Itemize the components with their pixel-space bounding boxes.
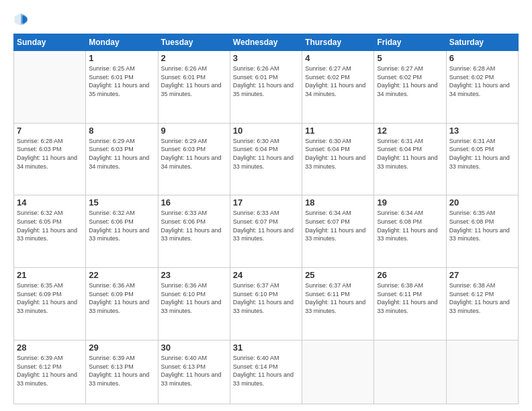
day-info: Sunrise: 6:27 AM Sunset: 6:02 PM Dayligh… bbox=[377, 64, 443, 98]
weekday-header-thursday: Thursday bbox=[302, 34, 374, 51]
calendar-cell: 4Sunrise: 6:27 AM Sunset: 6:02 PM Daylig… bbox=[302, 51, 374, 124]
calendar-week-1: 1Sunrise: 6:25 AM Sunset: 6:01 PM Daylig… bbox=[14, 51, 519, 124]
day-number: 23 bbox=[161, 270, 227, 280]
logo bbox=[13, 12, 31, 27]
day-info: Sunrise: 6:28 AM Sunset: 6:02 PM Dayligh… bbox=[449, 64, 515, 98]
logo-icon bbox=[13, 12, 28, 27]
calendar-cell: 21Sunrise: 6:35 AM Sunset: 6:09 PM Dayli… bbox=[14, 268, 86, 340]
calendar-week-2: 7Sunrise: 6:28 AM Sunset: 6:03 PM Daylig… bbox=[14, 123, 519, 195]
day-info: Sunrise: 6:26 AM Sunset: 6:01 PM Dayligh… bbox=[233, 64, 299, 98]
weekday-header-wednesday: Wednesday bbox=[230, 34, 302, 51]
calendar-cell: 25Sunrise: 6:37 AM Sunset: 6:11 PM Dayli… bbox=[302, 268, 374, 340]
day-info: Sunrise: 6:26 AM Sunset: 6:01 PM Dayligh… bbox=[161, 64, 227, 98]
day-info: Sunrise: 6:38 AM Sunset: 6:11 PM Dayligh… bbox=[377, 281, 443, 315]
day-info: Sunrise: 6:37 AM Sunset: 6:11 PM Dayligh… bbox=[305, 281, 371, 315]
day-info: Sunrise: 6:25 AM Sunset: 6:01 PM Dayligh… bbox=[89, 64, 154, 98]
calendar-cell: 22Sunrise: 6:36 AM Sunset: 6:09 PM Dayli… bbox=[86, 268, 158, 340]
calendar-table: SundayMondayTuesdayWednesdayThursdayFrid… bbox=[13, 34, 519, 404]
day-number: 27 bbox=[449, 270, 515, 280]
day-number: 19 bbox=[377, 197, 443, 208]
weekday-header-saturday: Saturday bbox=[446, 34, 518, 51]
calendar-week-4: 21Sunrise: 6:35 AM Sunset: 6:09 PM Dayli… bbox=[14, 268, 519, 340]
day-number: 2 bbox=[161, 53, 227, 63]
day-info: Sunrise: 6:30 AM Sunset: 6:04 PM Dayligh… bbox=[305, 137, 371, 171]
day-info: Sunrise: 6:33 AM Sunset: 6:07 PM Dayligh… bbox=[233, 209, 299, 242]
day-number: 4 bbox=[305, 53, 371, 63]
day-info: Sunrise: 6:33 AM Sunset: 6:06 PM Dayligh… bbox=[161, 209, 227, 242]
day-number: 5 bbox=[377, 53, 443, 63]
day-number: 13 bbox=[449, 126, 515, 136]
day-info: Sunrise: 6:40 AM Sunset: 6:13 PM Dayligh… bbox=[161, 354, 227, 387]
day-number: 1 bbox=[89, 53, 154, 63]
weekday-header-sunday: Sunday bbox=[14, 34, 86, 51]
day-number: 9 bbox=[161, 126, 227, 136]
day-number: 7 bbox=[17, 126, 83, 136]
day-info: Sunrise: 6:31 AM Sunset: 6:05 PM Dayligh… bbox=[449, 137, 515, 171]
page: SundayMondayTuesdayWednesdayThursdayFrid… bbox=[0, 0, 532, 411]
day-info: Sunrise: 6:29 AM Sunset: 6:03 PM Dayligh… bbox=[89, 137, 154, 171]
day-info: Sunrise: 6:30 AM Sunset: 6:04 PM Dayligh… bbox=[233, 137, 299, 171]
day-number: 14 bbox=[17, 197, 83, 208]
calendar-cell: 27Sunrise: 6:38 AM Sunset: 6:12 PM Dayli… bbox=[446, 268, 518, 340]
calendar-week-3: 14Sunrise: 6:32 AM Sunset: 6:05 PM Dayli… bbox=[14, 195, 519, 268]
day-number: 24 bbox=[233, 270, 299, 280]
calendar-cell: 6Sunrise: 6:28 AM Sunset: 6:02 PM Daylig… bbox=[446, 51, 518, 124]
calendar-cell: 18Sunrise: 6:34 AM Sunset: 6:07 PM Dayli… bbox=[302, 195, 374, 268]
day-number: 15 bbox=[89, 197, 154, 208]
calendar-cell: 2Sunrise: 6:26 AM Sunset: 6:01 PM Daylig… bbox=[158, 51, 230, 124]
day-number: 26 bbox=[377, 270, 443, 280]
day-info: Sunrise: 6:36 AM Sunset: 6:09 PM Dayligh… bbox=[89, 281, 154, 315]
day-info: Sunrise: 6:36 AM Sunset: 6:10 PM Dayligh… bbox=[161, 281, 227, 315]
day-info: Sunrise: 6:35 AM Sunset: 6:08 PM Dayligh… bbox=[449, 209, 515, 242]
calendar-cell: 26Sunrise: 6:38 AM Sunset: 6:11 PM Dayli… bbox=[374, 268, 446, 340]
calendar-cell: 17Sunrise: 6:33 AM Sunset: 6:07 PM Dayli… bbox=[230, 195, 302, 268]
day-number: 8 bbox=[89, 126, 154, 136]
day-number: 6 bbox=[449, 53, 515, 63]
day-info: Sunrise: 6:28 AM Sunset: 6:03 PM Dayligh… bbox=[17, 137, 83, 171]
calendar-cell: 28Sunrise: 6:39 AM Sunset: 6:12 PM Dayli… bbox=[14, 340, 86, 404]
day-number: 16 bbox=[161, 197, 227, 208]
day-number: 21 bbox=[17, 270, 83, 280]
calendar-cell: 19Sunrise: 6:34 AM Sunset: 6:08 PM Dayli… bbox=[374, 195, 446, 268]
day-number: 10 bbox=[233, 126, 299, 136]
day-info: Sunrise: 6:32 AM Sunset: 6:05 PM Dayligh… bbox=[17, 209, 83, 242]
calendar-cell bbox=[14, 51, 86, 124]
calendar-cell bbox=[446, 340, 518, 404]
day-info: Sunrise: 6:35 AM Sunset: 6:09 PM Dayligh… bbox=[17, 281, 83, 315]
calendar-cell: 23Sunrise: 6:36 AM Sunset: 6:10 PM Dayli… bbox=[158, 268, 230, 340]
day-info: Sunrise: 6:27 AM Sunset: 6:02 PM Dayligh… bbox=[305, 64, 371, 98]
calendar-cell: 3Sunrise: 6:26 AM Sunset: 6:01 PM Daylig… bbox=[230, 51, 302, 124]
day-info: Sunrise: 6:39 AM Sunset: 6:12 PM Dayligh… bbox=[17, 354, 83, 387]
weekday-header-tuesday: Tuesday bbox=[158, 34, 230, 51]
day-number: 12 bbox=[377, 126, 443, 136]
calendar-cell: 16Sunrise: 6:33 AM Sunset: 6:06 PM Dayli… bbox=[158, 195, 230, 268]
day-number: 31 bbox=[233, 342, 299, 353]
day-number: 29 bbox=[89, 342, 154, 353]
day-info: Sunrise: 6:32 AM Sunset: 6:06 PM Dayligh… bbox=[89, 209, 154, 242]
calendar-cell: 7Sunrise: 6:28 AM Sunset: 6:03 PM Daylig… bbox=[14, 123, 86, 195]
calendar-cell: 12Sunrise: 6:31 AM Sunset: 6:04 PM Dayli… bbox=[374, 123, 446, 195]
day-number: 22 bbox=[89, 270, 154, 280]
calendar-cell: 29Sunrise: 6:39 AM Sunset: 6:13 PM Dayli… bbox=[86, 340, 158, 404]
calendar-cell: 13Sunrise: 6:31 AM Sunset: 6:05 PM Dayli… bbox=[446, 123, 518, 195]
calendar-cell: 24Sunrise: 6:37 AM Sunset: 6:10 PM Dayli… bbox=[230, 268, 302, 340]
day-number: 25 bbox=[305, 270, 371, 280]
day-info: Sunrise: 6:29 AM Sunset: 6:03 PM Dayligh… bbox=[161, 137, 227, 171]
day-info: Sunrise: 6:31 AM Sunset: 6:04 PM Dayligh… bbox=[377, 137, 443, 171]
day-number: 28 bbox=[17, 342, 83, 353]
day-number: 11 bbox=[305, 126, 371, 136]
weekday-header-friday: Friday bbox=[374, 34, 446, 51]
calendar-week-5: 28Sunrise: 6:39 AM Sunset: 6:12 PM Dayli… bbox=[14, 340, 519, 404]
calendar-cell: 9Sunrise: 6:29 AM Sunset: 6:03 PM Daylig… bbox=[158, 123, 230, 195]
day-number: 20 bbox=[449, 197, 515, 208]
day-info: Sunrise: 6:38 AM Sunset: 6:12 PM Dayligh… bbox=[449, 281, 515, 315]
calendar-cell: 11Sunrise: 6:30 AM Sunset: 6:04 PM Dayli… bbox=[302, 123, 374, 195]
day-number: 18 bbox=[305, 197, 371, 208]
day-number: 17 bbox=[233, 197, 299, 208]
calendar-cell bbox=[302, 340, 374, 404]
weekday-header-row: SundayMondayTuesdayWednesdayThursdayFrid… bbox=[14, 34, 519, 51]
day-info: Sunrise: 6:34 AM Sunset: 6:07 PM Dayligh… bbox=[305, 209, 371, 242]
calendar-cell: 10Sunrise: 6:30 AM Sunset: 6:04 PM Dayli… bbox=[230, 123, 302, 195]
calendar-cell bbox=[374, 340, 446, 404]
header bbox=[13, 12, 519, 27]
